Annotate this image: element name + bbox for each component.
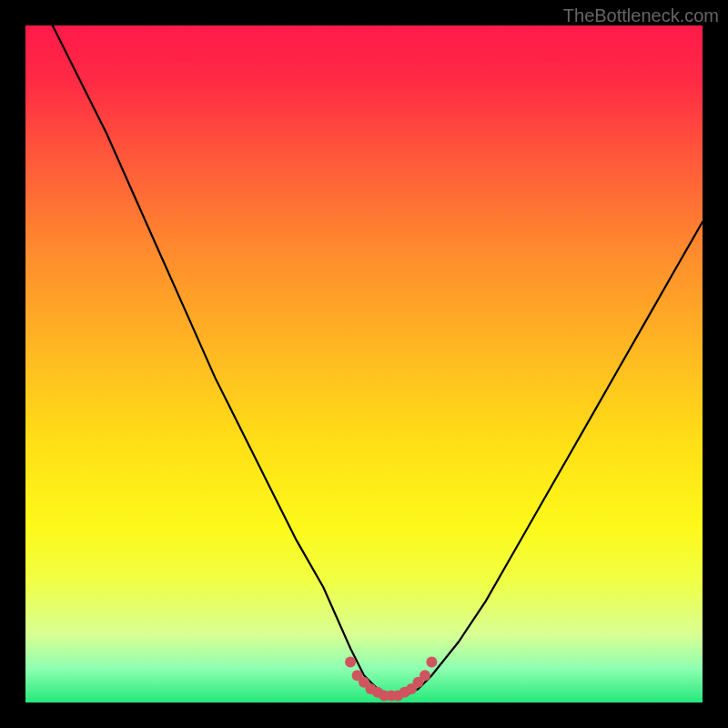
optimal-marker [426, 656, 437, 667]
bottleneck-curve-line [53, 25, 703, 696]
chart-gradient-background [25, 25, 703, 703]
watermark-text: TheBottleneck.com [563, 5, 719, 26]
bottleneck-chart [25, 25, 703, 703]
optimal-marker [345, 656, 356, 667]
optimal-marker [420, 670, 430, 681]
